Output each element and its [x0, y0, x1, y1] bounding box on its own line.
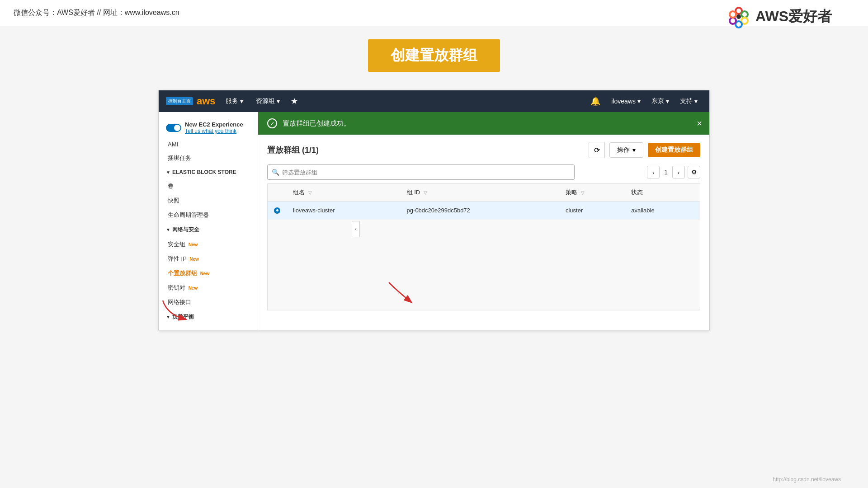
- success-icon: ✓: [267, 118, 277, 128]
- sidebar-item-lifecycle[interactable]: 生命周期管理器: [159, 208, 258, 222]
- logo-flower-icon: [726, 5, 751, 29]
- nav-services[interactable]: 服务 ▾: [220, 90, 249, 112]
- new-ec2-label: New EC2 Experience: [185, 121, 243, 128]
- prev-page-button[interactable]: ‹: [647, 166, 660, 178]
- search-input-wrap: 🔍: [267, 164, 575, 180]
- nav-right: 🔔 iloveaws ▾ 东京 ▾ 支持 ▾: [586, 90, 702, 112]
- nav-region[interactable]: 东京 ▾: [647, 90, 674, 112]
- row-id: pg-0bdc20e299dc5bd72: [401, 202, 559, 220]
- svg-point-3: [742, 12, 747, 17]
- toggle-switch[interactable]: [166, 124, 181, 132]
- nav-bell[interactable]: 🔔: [586, 90, 605, 112]
- svg-point-5: [742, 19, 747, 23]
- tell-us-link[interactable]: Tell us what you think: [185, 128, 243, 134]
- content-title: 置放群组 (1/1): [267, 145, 319, 155]
- svg-point-9: [731, 19, 735, 23]
- sidebar-item-elastic-ip[interactable]: 弹性 IP New: [159, 252, 258, 266]
- header-actions: ⟳ 操作 ▾ 创建置放群组: [589, 142, 700, 158]
- th-status: 状态: [625, 184, 700, 202]
- next-page-button[interactable]: ›: [672, 166, 685, 178]
- nav-bar: 控制台主页 aws 服务 ▾ 资源组 ▾ ★ 🔔 iloveaws ▾ 东京: [159, 90, 709, 112]
- sidebar-section-network: ▼ 网络与安全: [159, 222, 258, 237]
- svg-point-7: [736, 22, 741, 27]
- row-status: available: [625, 202, 700, 220]
- table-wrap: 组名 ▽ 组 ID ▽ 策略 ▽: [267, 183, 700, 310]
- success-banner: ✓ 置放群组已创建成功。 ×: [258, 112, 709, 135]
- nav-star-icon[interactable]: ★: [287, 96, 302, 106]
- page-title-banner: 创建置放群组: [0, 26, 868, 90]
- nav-user[interactable]: iloveaws ▾: [607, 90, 645, 112]
- page-number: 1: [662, 169, 670, 176]
- search-input[interactable]: [267, 164, 575, 180]
- aws-console: 控制台主页 aws 服务 ▾ 资源组 ▾ ★ 🔔 iloveaws ▾ 东京: [158, 90, 710, 330]
- sidebar-item-snapshots[interactable]: 快照: [159, 193, 258, 208]
- sidebar: New EC2 Experience Tell us what you thin…: [159, 112, 258, 330]
- pagination-controls: ‹ 1 › ⚙: [647, 166, 700, 178]
- svg-point-1: [736, 9, 741, 13]
- search-bar: 🔍 ‹ 1 › ⚙: [267, 164, 700, 180]
- nav-brand: 控制台主页 aws: [166, 95, 216, 107]
- logo-text: AWS爱好者: [755, 7, 832, 27]
- search-icon: 🔍: [272, 169, 279, 176]
- row-strategy: cluster: [559, 202, 625, 220]
- control-label[interactable]: 控制台主页: [166, 97, 193, 105]
- row-name: iloveaws-cluster: [287, 202, 401, 220]
- lb-arrow-icon: ▼: [166, 314, 170, 319]
- sidebar-item-bundle[interactable]: 捆绑任务: [159, 151, 258, 165]
- page-title-box: 创建置放群组: [368, 39, 500, 72]
- sort-id-icon[interactable]: ▽: [424, 190, 427, 195]
- th-strategy: 策略 ▽: [559, 184, 625, 202]
- aws-logo: aws: [197, 95, 216, 107]
- sidebar-item-placement-group[interactable]: 个置放群组 New: [159, 266, 258, 281]
- content-area: 置放群组 (1/1) ⟳ 操作 ▾ 创建置放群组 🔍: [258, 135, 709, 318]
- success-message: 置放群组已创建成功。: [283, 119, 350, 128]
- ebs-arrow-icon: ▼: [166, 170, 170, 175]
- create-placement-group-button[interactable]: 创建置放群组: [648, 143, 700, 157]
- console-body: New EC2 Experience Tell us what you thin…: [159, 112, 709, 330]
- nav-resources[interactable]: 资源组 ▾: [250, 90, 285, 112]
- logo-area: AWS爱好者: [726, 5, 832, 29]
- content-header: 置放群组 (1/1) ⟳ 操作 ▾ 创建置放群组: [267, 142, 700, 158]
- nav-items: 服务 ▾ 资源组 ▾ ★: [220, 90, 586, 112]
- table-header-row: 组名 ▽ 组 ID ▽ 策略 ▽: [268, 184, 700, 202]
- th-select: [268, 184, 287, 202]
- refresh-button[interactable]: ⟳: [589, 142, 605, 158]
- sort-name-icon[interactable]: ▽: [308, 190, 312, 195]
- sidebar-item-volumes[interactable]: 卷: [159, 179, 258, 193]
- bell-icon: 🔔: [590, 96, 600, 106]
- table-row[interactable]: iloveaws-cluster pg-0bdc20e299dc5bd72 cl…: [268, 202, 700, 220]
- sort-strategy-icon[interactable]: ▽: [581, 190, 585, 195]
- sidebar-section-ebs: ▼ ELASTIC BLOCK STORE: [159, 165, 258, 179]
- row-radio[interactable]: [268, 202, 287, 220]
- watermark-text: 微信公众号：AWS爱好者 // 网址：www.iloveaws.cn: [14, 9, 179, 16]
- empty-area: [268, 220, 700, 310]
- network-arrow-icon: ▼: [166, 227, 170, 232]
- th-id: 组 ID ▽: [401, 184, 559, 202]
- bottom-watermark: http://blog.csdn.net/iloveaws: [773, 476, 841, 483]
- sidebar-item-key-pair[interactable]: 密钥对 New: [159, 281, 258, 295]
- svg-point-12: [736, 14, 741, 19]
- placement-group-table: 组名 ▽ 组 ID ▽ 策略 ▽: [268, 184, 700, 310]
- sidebar-section-lb: ▼ 负载平衡: [159, 310, 258, 324]
- new-ec2-toggle: New EC2 Experience Tell us what you thin…: [159, 117, 258, 138]
- sidebar-item-network-interface[interactable]: 网络接口: [159, 295, 258, 310]
- nav-support[interactable]: 支持 ▾: [675, 90, 702, 112]
- actions-button[interactable]: 操作 ▾: [609, 142, 643, 158]
- th-name: 组名 ▽: [287, 184, 401, 202]
- sidebar-collapse-button[interactable]: ‹: [352, 221, 360, 237]
- settings-button[interactable]: ⚙: [688, 166, 700, 178]
- sidebar-item-ami[interactable]: AMI: [159, 138, 258, 151]
- svg-point-11: [731, 12, 735, 17]
- main-content: ✓ 置放群组已创建成功。 × 置放群组 (1/1) ⟳ 操作 ▾ 创建置放群组: [258, 112, 709, 330]
- sidebar-item-security-group[interactable]: 安全组 New: [159, 237, 258, 252]
- success-close-button[interactable]: ×: [697, 118, 702, 129]
- radio-selected-icon: [274, 207, 280, 214]
